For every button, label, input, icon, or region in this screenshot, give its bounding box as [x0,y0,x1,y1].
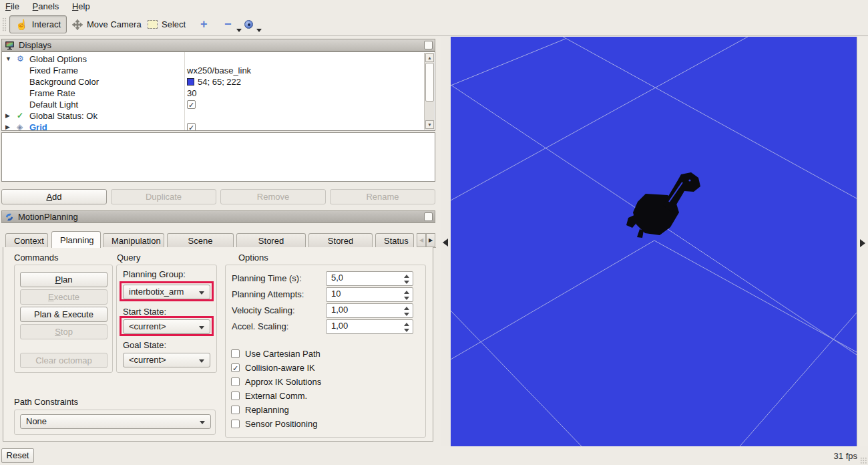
scroll-up-icon[interactable]: ▲ [425,53,434,62]
clear-octomap-button[interactable]: Clear octomap [20,353,107,368]
approx-ik-solutions-checkbox[interactable] [231,377,240,386]
goal-state-dropdown[interactable]: <current> [123,353,210,367]
grid-icon: ◈ [17,122,23,131]
displays-float-button[interactable] [424,41,433,49]
menu-file[interactable]: File [0,0,25,13]
move-camera-tool-button[interactable]: Move Camera [67,15,147,33]
spinner-arrows-icon[interactable] [404,306,410,317]
add-tool-button[interactable]: + [195,15,213,33]
collapse-left-arrow[interactable] [443,239,448,247]
tab-scroll-right-icon[interactable]: ▶ [426,233,435,247]
start-state-dropdown[interactable]: <current> [123,319,210,334]
query-section-title: Query [117,253,140,263]
visibility-tool-button[interactable] [239,15,258,33]
grid-checkbox[interactable] [187,123,196,131]
chevron-down-icon [199,359,204,363]
spinner-arrows-icon[interactable] [404,274,410,285]
external-comm-checkbox[interactable] [231,392,240,400]
motionplanning-panel-header[interactable]: MotionPlanning [1,210,435,223]
tab-scene-objects[interactable]: Scene Objects [167,233,234,248]
checkbox-label: Sensor Positioning [245,419,317,429]
tree-scrollbar[interactable]: ▲ ▼ [424,53,434,130]
rename-button[interactable]: Rename [330,189,435,204]
tab-stored-states[interactable]: Stored States [308,233,373,248]
menu-panels[interactable]: Panels [27,0,65,13]
plan-button[interactable]: Plan [20,272,107,287]
displays-tree[interactable]: ▼ ⚙ Global Options Fixed Frame wx250/bas… [1,51,435,131]
status-bar: Reset 31 fps [0,446,868,465]
tree-label: Global Status: Ok [29,110,97,122]
expand-arrow-icon[interactable]: ▼ [5,53,11,65]
spinner-arrows-icon[interactable] [404,322,410,333]
stop-button[interactable]: Stop [20,324,107,339]
background-color-value[interactable]: 54; 65; 222 [198,76,241,88]
remove-tool-button[interactable]: − [219,15,237,33]
collision-aware-ik-option[interactable]: Collision-aware IK [231,362,315,373]
accel-scaling-spinbox[interactable]: 1,00 [326,319,413,334]
toolbar-drag-handle[interactable] [2,17,7,32]
add-button[interactable]: Add [1,189,107,204]
velocity-scaling-spinbox[interactable]: 1,00 [326,303,413,318]
move-camera-label: Move Camera [87,19,142,29]
use-cartesian-path-checkbox[interactable] [231,349,240,358]
remove-button[interactable]: Remove [220,189,326,204]
planning-group-value: interbotix_arm [129,287,184,297]
tree-row-global-options[interactable]: ▼ ⚙ Global Options [2,53,427,65]
tab-status[interactable]: Status [375,233,414,248]
commands-section-title: Commands [14,253,58,263]
tab-stored-scenes[interactable]: Stored Scenes [236,233,306,248]
resize-grip[interactable] [860,457,867,464]
approx-ik-solutions-option[interactable]: Approx IK Solutions [231,376,321,387]
planning-time-spinbox[interactable]: 5,0 [326,271,413,286]
path-constraints-dropdown[interactable]: None [20,414,211,429]
reset-button[interactable]: Reset [1,448,34,463]
chevron-down-icon[interactable] [256,29,262,32]
frame-rate-value[interactable]: 30 [187,88,196,99]
planning-group-dropdown[interactable]: interbotix_arm [123,285,210,299]
spinner-arrows-icon[interactable] [404,290,410,301]
tree-row-default-light[interactable]: Default Light [2,99,427,110]
collapse-arrow-icon[interactable]: ▶ [5,122,10,131]
tab-scroll-left-icon[interactable]: ◀ [417,233,426,247]
tree-row-frame-rate[interactable]: Frame Rate 30 [2,88,427,99]
duplicate-button[interactable]: Duplicate [111,189,216,204]
color-swatch[interactable] [187,78,194,86]
execute-button[interactable]: Execute [20,289,107,305]
3d-viewport[interactable] [451,37,857,446]
start-state-value: <current> [129,321,166,331]
fixed-frame-value[interactable]: wx250/base_link [187,65,251,76]
select-tool-button[interactable]: Select [142,15,191,33]
use-cartesian-path-option[interactable]: Use Cartesian Path [231,348,320,359]
displays-panel-header[interactable]: Displays [1,39,435,51]
tab-planning[interactable]: Planning [51,231,101,248]
tree-row-grid[interactable]: ▶ ◈ Grid [2,122,427,131]
interact-tool-button[interactable]: ☝ Interact [9,15,67,33]
planning-attempts-spinbox[interactable]: 10 [326,287,413,302]
replanning-checkbox[interactable] [231,406,240,414]
replanning-option[interactable]: Replanning [231,404,289,415]
external-comm-option[interactable]: External Comm. [231,390,307,401]
collapse-arrow-icon[interactable]: ▶ [5,110,10,122]
collision-aware-ik-checkbox[interactable] [231,363,240,372]
sensor-positioning-option[interactable]: Sensor Positioning [231,418,317,429]
sensor-positioning-checkbox[interactable] [231,420,240,428]
collapse-right-arrow[interactable] [860,239,865,247]
tree-label: Default Light [29,99,78,110]
tab-manipulation[interactable]: Manipulation [103,233,164,248]
tab-context[interactable]: Context [5,233,48,248]
scroll-down-icon[interactable]: ▼ [425,120,434,129]
menu-help[interactable]: Help [67,0,95,13]
plus-icon: + [200,17,208,31]
motionplanning-float-button[interactable] [424,212,433,221]
default-light-checkbox[interactable] [187,100,196,109]
motionplanning-icon [5,212,14,222]
tree-row-background-color[interactable]: Background Color 54; 65; 222 [2,76,427,88]
goal-state-value: <current> [129,355,166,365]
plan-execute-button[interactable]: Plan & Execute [20,307,107,322]
scrollbar-thumb[interactable] [425,63,434,102]
gripper-hole [688,179,690,181]
goal-state-wrap: <current> [120,349,214,369]
tree-row-fixed-frame[interactable]: Fixed Frame wx250/base_link [2,65,427,76]
check-icon: ✓ [17,110,23,122]
tree-row-global-status[interactable]: ▶ ✓ Global Status: Ok [2,110,427,122]
